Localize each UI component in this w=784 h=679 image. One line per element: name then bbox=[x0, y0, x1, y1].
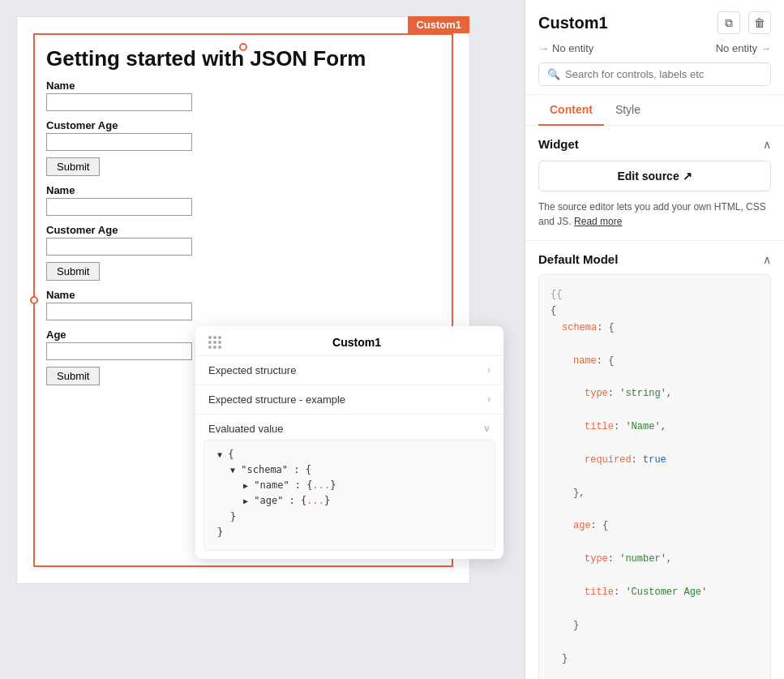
read-more-link[interactable]: Read more bbox=[574, 216, 622, 227]
tooltip-row-expected-example[interactable]: Expected structure - example › bbox=[195, 385, 503, 415]
entity-right-label: No entity bbox=[716, 42, 757, 54]
chevron-right-icon-2: › bbox=[487, 393, 491, 405]
model-section-header: Default Model ∧ bbox=[538, 252, 771, 266]
canvas-white: Custom1 Getting started with JSON Form N… bbox=[16, 16, 470, 584]
canvas-area: Custom1 Getting started with JSON Form N… bbox=[0, 0, 525, 679]
form-section-3: Name bbox=[46, 184, 440, 216]
widget-chevron-icon[interactable]: ∧ bbox=[763, 138, 771, 151]
tooltip-eval-content: ▼ { ▼ "schema" : { ▶ "name" : {...} ▶ "a… bbox=[203, 440, 495, 551]
model-section-title: Default Model bbox=[538, 252, 618, 266]
widget-section-header: Widget ∧ bbox=[538, 137, 771, 151]
widget-section-title: Widget bbox=[538, 137, 579, 151]
custom1-badge: Custom1 bbox=[408, 16, 469, 33]
edit-source-button[interactable]: Edit source ↗ bbox=[538, 161, 771, 191]
model-chevron-icon[interactable]: ∧ bbox=[763, 253, 771, 266]
form-input-name3[interactable] bbox=[46, 303, 192, 320]
tooltip-popup: Custom1 Expected structure › Expected st… bbox=[195, 326, 503, 559]
edit-source-label: Edit source ↗ bbox=[617, 170, 692, 183]
form-label-name1: Name bbox=[46, 80, 440, 92]
entity-row: → No entity No entity → bbox=[538, 42, 771, 54]
form-input-name1[interactable] bbox=[46, 93, 192, 111]
chevron-right-icon: › bbox=[487, 364, 491, 376]
submit-btn-3[interactable]: Submit bbox=[46, 367, 100, 385]
form-section-1: Name bbox=[46, 80, 440, 111]
expected-structure-label: Expected structure bbox=[208, 364, 296, 376]
panel-title: Custom1 bbox=[538, 14, 608, 32]
entity-left[interactable]: → No entity bbox=[538, 42, 593, 54]
tab-content[interactable]: Content bbox=[538, 95, 604, 126]
source-description: The source editor lets you add your own … bbox=[538, 200, 771, 229]
form-section-5: Name bbox=[46, 289, 440, 320]
form-section-2: Customer Age Submit bbox=[46, 119, 440, 176]
panel-header: Custom1 ⧉ 🗑 → No entity No entity → bbox=[525, 0, 784, 95]
tooltip-row-expected[interactable]: Expected structure › bbox=[195, 356, 503, 385]
copy-icon: ⧉ bbox=[725, 16, 733, 30]
entity-right[interactable]: No entity → bbox=[716, 42, 771, 54]
form-section-4: Customer Age Submit bbox=[46, 224, 440, 281]
tooltip-evaluated[interactable]: Evaluated value ∨ bbox=[195, 415, 503, 440]
form-label-name2: Name bbox=[46, 184, 440, 196]
tooltip-header: Custom1 bbox=[195, 326, 503, 356]
evaluated-label: Evaluated value bbox=[208, 423, 284, 435]
panel-icons: ⧉ 🗑 bbox=[718, 11, 771, 34]
delete-button[interactable]: 🗑 bbox=[748, 11, 771, 34]
submit-btn-2[interactable]: Submit bbox=[46, 262, 100, 281]
form-input-name2[interactable] bbox=[46, 198, 192, 216]
form-input-age1[interactable] bbox=[46, 133, 192, 151]
resize-handle-top[interactable] bbox=[239, 43, 247, 51]
search-icon: 🔍 bbox=[547, 68, 560, 80]
submit-btn-1[interactable]: Submit bbox=[46, 157, 100, 176]
tab-style[interactable]: Style bbox=[604, 95, 652, 126]
chevron-down-icon: ∨ bbox=[483, 423, 491, 434]
expected-structure-example-label: Expected structure - example bbox=[208, 393, 345, 406]
tooltip-title: Custom1 bbox=[332, 336, 381, 349]
tabs-row: Content Style bbox=[525, 95, 784, 126]
arrow-right-icon-right: → bbox=[760, 42, 771, 54]
panel-title-row: Custom1 ⧉ 🗑 bbox=[538, 11, 771, 34]
form-input-age3[interactable] bbox=[46, 342, 192, 360]
copy-button[interactable]: ⧉ bbox=[718, 11, 740, 34]
form-label-name3: Name bbox=[46, 289, 440, 301]
right-panel: Custom1 ⧉ 🗑 → No entity No entity → bbox=[525, 0, 784, 679]
search-box[interactable]: 🔍 bbox=[538, 62, 771, 86]
widget-section: Widget ∧ Edit source ↗ The source editor… bbox=[525, 126, 784, 241]
drag-handle[interactable] bbox=[208, 336, 223, 349]
search-input[interactable] bbox=[565, 68, 762, 80]
form-label-age2: Customer Age bbox=[46, 224, 440, 236]
form-label-age1: Customer Age bbox=[46, 119, 440, 131]
arrow-right-icon-left: → bbox=[538, 42, 549, 54]
form-input-age2[interactable] bbox=[46, 238, 192, 256]
model-section: Default Model ∧ {{ { schema: { name: { t… bbox=[525, 241, 784, 679]
entity-left-label: No entity bbox=[552, 42, 593, 54]
code-block: {{ { schema: { name: { type: 'string', t… bbox=[538, 274, 771, 679]
resize-handle-left[interactable] bbox=[30, 296, 38, 304]
trash-icon: 🗑 bbox=[754, 16, 765, 29]
